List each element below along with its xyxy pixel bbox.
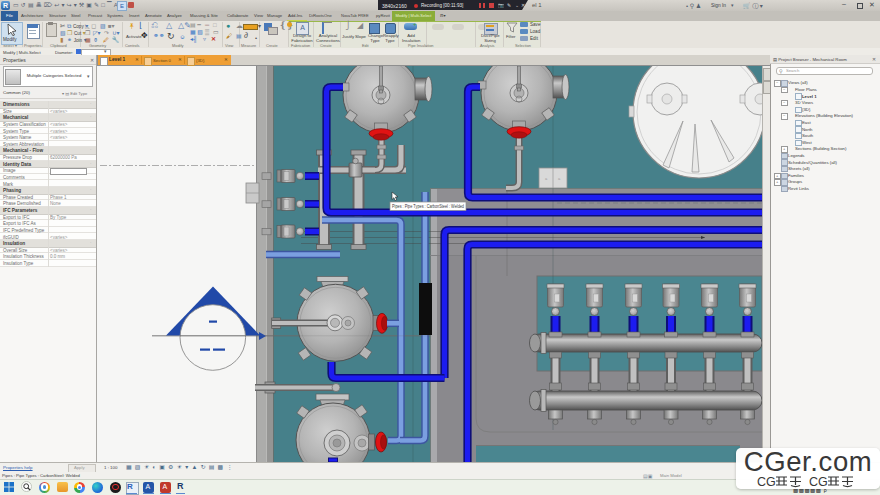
svg-text:CG: CG: [757, 475, 776, 489]
svg-text:CG: CG: [809, 475, 828, 489]
svg-text:Pipes : Pipe Types : CarbonSte: Pipes : Pipe Types : CarbonSteel : Welde…: [392, 204, 464, 209]
